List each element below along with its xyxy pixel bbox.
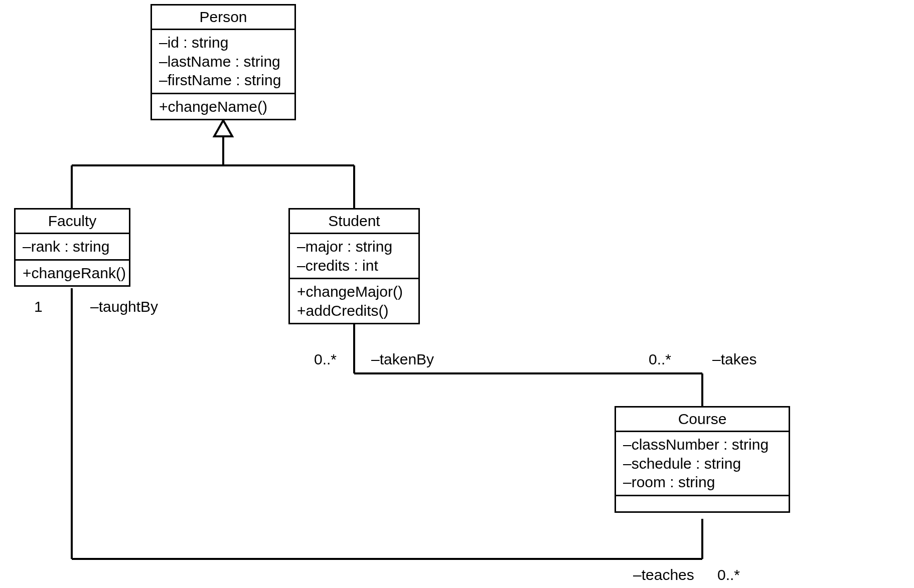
class-attrs: –major : string –credits : int [290,234,418,279]
attr: –lastName : string [159,52,287,71]
attr: –id : string [159,33,287,52]
op: +changeName() [159,97,287,116]
class-attrs: –id : string –lastName : string –firstNa… [152,30,294,94]
op: +addCredits() [297,301,411,320]
class-ops: +changeRank() [16,261,129,286]
op: +changeRank() [23,264,122,283]
role-teaches: –teaches [633,566,694,583]
class-person: Person –id : string –lastName : string –… [150,4,296,120]
multiplicity-takenby: 0..* [314,351,337,368]
attr: –major : string [297,237,411,256]
attr: –classNumber : string [623,435,782,454]
multiplicity-takes: 0..* [649,351,671,368]
multiplicity-faculty-one: 1 [34,298,43,315]
uml-diagram: Person –id : string –lastName : string –… [0,0,914,588]
class-course: Course –classNumber : string –schedule :… [615,406,790,513]
class-ops [616,496,789,511]
attr: –firstName : string [159,71,287,90]
class-ops: +changeMajor() +addCredits() [290,279,418,323]
class-attrs: –rank : string [16,234,129,261]
op: +changeMajor() [297,282,411,301]
class-name: Faculty [16,210,129,234]
class-name: Course [616,408,789,432]
class-faculty: Faculty –rank : string +changeRank() [14,208,130,287]
multiplicity-teaches: 0..* [717,566,740,583]
class-student: Student –major : string –credits : int +… [288,208,420,324]
attr: –rank : string [23,237,122,256]
class-attrs: –classNumber : string –schedule : string… [616,432,789,496]
class-name: Student [290,210,418,234]
attr: –room : string [623,473,782,492]
role-takenby: –takenBy [371,351,434,368]
role-taughtby: –taughtBy [90,298,158,315]
role-takes: –takes [712,351,756,368]
class-name: Person [152,6,294,30]
class-ops: +changeName() [152,94,294,119]
svg-marker-1 [214,120,232,136]
attr: –credits : int [297,256,411,275]
attr: –schedule : string [623,454,782,473]
